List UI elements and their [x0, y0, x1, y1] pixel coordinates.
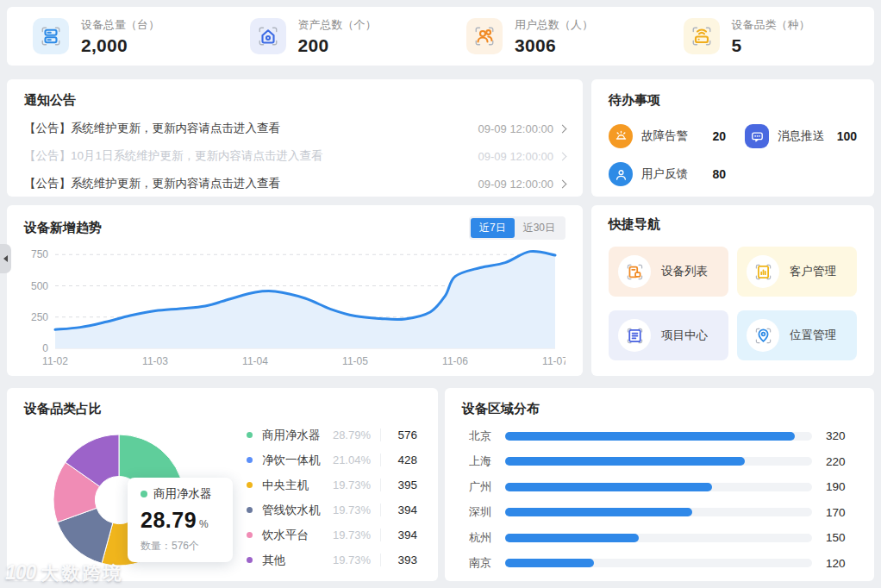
svg-text:11-04: 11-04: [242, 355, 268, 367]
legend-dot: [247, 432, 253, 438]
quicknav-tile[interactable]: 设备列表: [609, 247, 728, 297]
chevron-right-icon: [559, 179, 567, 188]
region-bar-row: 南京120: [462, 551, 857, 577]
region-bar-row: 杭州150: [462, 525, 857, 551]
bar-track: [505, 559, 812, 567]
server-icon: [33, 18, 69, 54]
region-value: 190: [826, 480, 857, 493]
tab-last-30-days[interactable]: 近30日: [515, 218, 564, 238]
svg-text:11-06: 11-06: [442, 355, 468, 367]
stats-bar: 设备总量（台） 2,000 资产总数（个） 200 用户总数（人） 3006 设…: [7, 7, 874, 66]
region-label: 杭州: [462, 530, 491, 546]
legend-item[interactable]: 净饮一体机21.04%428: [247, 447, 417, 472]
bar-track: [505, 432, 812, 441]
stat-label: 设备品类（种）: [732, 17, 810, 33]
svg-text:750: 750: [31, 248, 48, 260]
stat-category-total: 设备品类（种） 5: [658, 17, 875, 56]
legend-item[interactable]: 商用净水器28.79%576: [247, 422, 417, 447]
svg-text:11-07: 11-07: [542, 355, 565, 367]
legend-dot: [247, 482, 253, 488]
todo-count: 80: [712, 167, 726, 181]
bar-fill: [505, 534, 639, 542]
chevron-right-icon: [559, 152, 567, 160]
quicknav-panel-title: 快捷导航: [609, 216, 857, 233]
legend-dot: [247, 557, 253, 563]
todo-item[interactable]: 用户反馈80: [609, 162, 745, 186]
legend-item[interactable]: 管线饮水机19.73%394: [247, 497, 417, 522]
quicknav-tile[interactable]: 位置管理: [737, 310, 857, 360]
legend-item[interactable]: 饮水平台19.73%394: [247, 522, 417, 547]
house-icon: [250, 18, 286, 54]
sidebar-collapse-handle[interactable]: [0, 244, 11, 273]
legend-item[interactable]: 中央主机19.73%395: [247, 472, 417, 497]
quicknav-tile[interactable]: 项目中心: [609, 310, 728, 360]
legend-percent: 19.73%: [321, 554, 371, 566]
trend-line-chart: 025050075011-0211-0311-0411-0511-0611-07: [24, 240, 565, 371]
todo-item[interactable]: 故障告警20: [609, 124, 745, 148]
bar-track: [505, 457, 812, 466]
todo-list: 故障告警20消息推送100用户反馈80: [609, 124, 857, 186]
bar-fill: [505, 559, 594, 567]
region-bar-chart: 北京320上海220广州190深圳170杭州150南京120: [462, 423, 857, 576]
todo-label: 消息推送: [778, 128, 824, 144]
chevron-right-icon: [559, 124, 567, 133]
tab-last-7-days[interactable]: 近7日: [471, 218, 515, 238]
bar-track: [505, 508, 812, 516]
legend-label: 商用净水器: [262, 428, 321, 443]
notice-item[interactable]: 【公告】10月1日系统维护更新，更新内容请点击进入查看09-09 12:00:0…: [24, 148, 565, 164]
region-value: 170: [826, 506, 857, 519]
region-value: 220: [826, 455, 857, 468]
stat-user-total: 用户总数（人） 3006: [440, 17, 658, 56]
notice-panel-title: 通知公告: [24, 92, 565, 109]
region-label: 上海: [462, 454, 491, 469]
region-bar-row: 上海220: [462, 449, 857, 475]
project-list-icon: [618, 319, 651, 352]
legend-value: 394: [380, 529, 417, 541]
notice-panel: 通知公告 【公告】系统维护更新，更新内容请点击进入查看09-09 12:00:0…: [7, 79, 583, 197]
legend-label: 中央主机: [262, 478, 321, 493]
user-icon: [609, 162, 633, 186]
router-icon: [684, 18, 720, 54]
legend-item[interactable]: 其他19.73%393: [247, 547, 417, 572]
legend-value: 393: [380, 554, 417, 566]
region-panel-title: 设备区域分布: [462, 401, 857, 417]
quicknav-label: 设备列表: [661, 264, 708, 279]
notice-item[interactable]: 【公告】系统维护更新，更新内容请点击进入查看09-09 12:00:00: [24, 176, 565, 191]
quicknav-tile[interactable]: 客户管理: [737, 247, 857, 297]
todo-panel-title: 待办事项: [609, 92, 857, 109]
tooltip-percent-unit: %: [199, 518, 209, 530]
category-donut-chart: 商用净水器 28.79% 数量：576个: [24, 421, 240, 578]
bar-fill: [505, 508, 692, 516]
chevron-left-icon: [3, 255, 8, 262]
svg-text:0: 0: [42, 342, 48, 354]
tooltip-percent: 28.79%: [141, 508, 220, 533]
notice-text: 【公告】系统维护更新，更新内容请点击进入查看: [24, 121, 280, 136]
legend-label: 其他: [262, 553, 321, 568]
legend-label: 净饮一体机: [262, 453, 321, 468]
notice-item[interactable]: 【公告】系统维护更新，更新内容请点击进入查看09-09 12:00:00: [24, 121, 565, 136]
alarm-icon: [609, 124, 633, 148]
region-label: 深圳: [462, 504, 491, 520]
region-panel: 设备区域分布 北京320上海220广州190深圳170杭州150南京120: [445, 388, 874, 581]
stat-value: 3006: [515, 35, 593, 56]
legend-value: 394: [380, 504, 417, 516]
todo-item[interactable]: 消息推送100: [745, 124, 857, 148]
trend-panel-title: 设备新增趋势: [24, 220, 102, 236]
region-value: 320: [826, 429, 857, 442]
legend-value: 576: [380, 428, 417, 441]
location-pin-icon: [747, 319, 779, 352]
region-value: 120: [826, 557, 857, 570]
quicknav-panel: 快捷导航 设备列表客户管理项目中心位置管理: [591, 205, 874, 376]
notice-text: 【公告】系统维护更新，更新内容请点击进入查看: [24, 176, 280, 191]
legend-percent: 28.79%: [321, 428, 371, 441]
legend-percent: 19.73%: [321, 529, 371, 541]
legend-percent: 19.73%: [321, 504, 371, 516]
svg-text:500: 500: [31, 280, 48, 292]
todo-label: 用户反馈: [641, 166, 688, 182]
bar-fill: [505, 432, 795, 441]
users-icon: [466, 18, 503, 54]
tooltip-count: 数量：576个: [141, 539, 220, 554]
tooltip-series-name: 商用净水器: [153, 486, 212, 502]
svg-text:250: 250: [31, 311, 48, 323]
legend-percent: 19.73%: [321, 479, 371, 491]
